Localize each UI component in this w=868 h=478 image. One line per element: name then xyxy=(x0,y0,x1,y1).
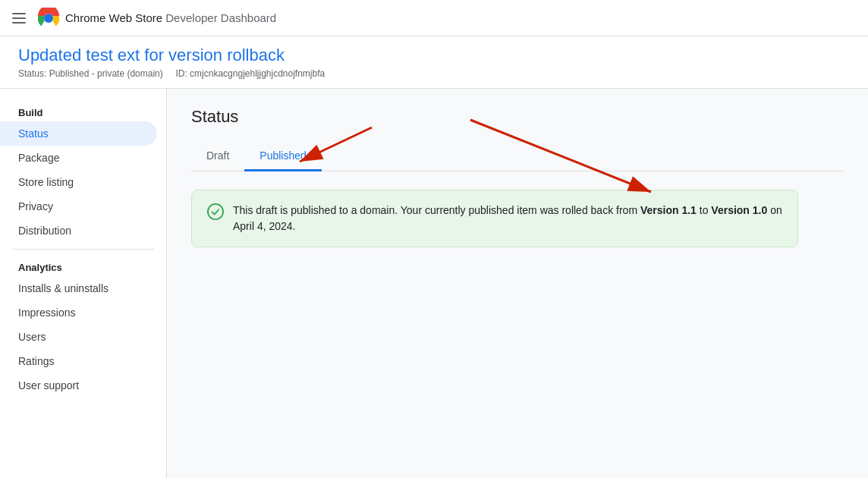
page-subtitle: Status: Published - private (domain) ID:… xyxy=(18,68,850,88)
analytics-section-label: Analytics xyxy=(0,256,166,276)
svg-point-3 xyxy=(208,204,223,219)
main-layout: Build Status Package Store listing Priva… xyxy=(0,89,868,478)
logo-container: Chrome Web Store Developer Dashboard xyxy=(38,8,276,29)
tab-published[interactable]: Published xyxy=(244,142,322,171)
sidebar: Build Status Package Store listing Priva… xyxy=(0,89,167,478)
page-title: Updated test ext for version rollback xyxy=(18,46,850,65)
sidebar-divider xyxy=(12,249,154,250)
sidebar-item-installs[interactable]: Installs & uninstalls xyxy=(0,276,157,300)
menu-icon[interactable] xyxy=(12,13,26,24)
top-bar: Chrome Web Store Developer Dashboard xyxy=(0,0,868,36)
status-message-text: This draft is published to a domain. You… xyxy=(233,203,782,234)
build-section-label: Build xyxy=(0,101,166,121)
sidebar-item-ratings[interactable]: Ratings xyxy=(0,349,157,373)
sidebar-item-users[interactable]: Users xyxy=(0,325,157,349)
sidebar-item-impressions[interactable]: Impressions xyxy=(0,300,157,325)
tabs-container: Draft Published xyxy=(191,142,844,171)
status-main-text: This draft is published to a domain. You… xyxy=(233,204,640,216)
sidebar-item-store-listing[interactable]: Store listing xyxy=(0,170,157,194)
to-version: Version 1.0 xyxy=(711,204,767,216)
content-area: Status Draft Published This draft is pub… xyxy=(167,89,868,478)
check-circle-icon xyxy=(207,203,224,220)
id-text: ID: cmjcnkacgngjehljjghjcdnojfnmjbfa xyxy=(175,68,325,79)
mid-text: to xyxy=(697,204,711,216)
tab-draft[interactable]: Draft xyxy=(191,142,244,171)
svg-point-2 xyxy=(46,14,52,21)
page-header: Updated test ext for version rollback St… xyxy=(0,36,868,89)
sidebar-item-status[interactable]: Status xyxy=(0,121,157,146)
sidebar-item-distribution[interactable]: Distribution xyxy=(0,219,157,243)
chrome-logo-icon xyxy=(38,8,59,29)
sidebar-item-user-support[interactable]: User support xyxy=(0,373,157,398)
status-message-box: This draft is published to a domain. You… xyxy=(191,190,798,247)
sidebar-item-package[interactable]: Package xyxy=(0,146,157,170)
sidebar-item-privacy[interactable]: Privacy xyxy=(0,194,157,219)
app-title: Chrome Web Store Developer Dashboard xyxy=(65,11,276,24)
content-title: Status xyxy=(191,107,844,127)
from-version: Version 1.1 xyxy=(640,204,697,216)
status-text: Status: Published - private (domain) xyxy=(18,68,163,79)
